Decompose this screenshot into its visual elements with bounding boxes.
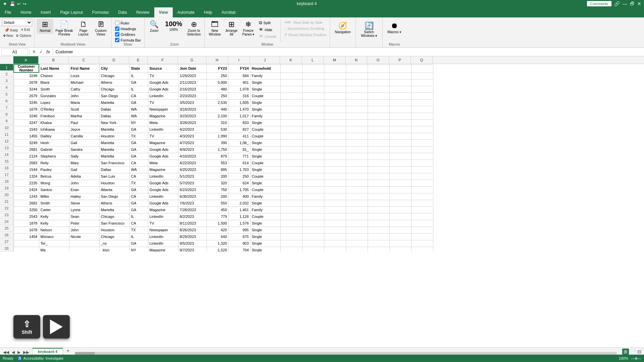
cell-22-C[interactable]: Lynne	[69, 206, 99, 213]
cell-19-P[interactable]	[389, 186, 411, 193]
cell-16-I[interactable]: 1,703	[228, 166, 250, 173]
cell-20-L[interactable]	[302, 193, 324, 200]
cell-19-L[interactable]	[302, 186, 324, 193]
cell-20-P[interactable]	[389, 193, 411, 200]
cell-24-M[interactable]	[324, 220, 346, 227]
cell-3-I[interactable]: 401	[228, 79, 250, 86]
row-num-17[interactable]: 17	[0, 171, 13, 178]
cell-26-C[interactable]: Nicole	[69, 233, 99, 240]
quick-undo[interactable]: ↩	[17, 1, 21, 6]
cell-2-O[interactable]	[368, 72, 389, 79]
row-num-18[interactable]: 18	[0, 178, 13, 185]
cell-26-A[interactable]: 1454	[14, 233, 39, 240]
cell-27-D[interactable]: _ns	[99, 240, 129, 247]
cell-12-A[interactable]: 3249	[14, 139, 39, 146]
cell-11-H[interactable]: 1,990	[207, 133, 228, 139]
cell-3-M[interactable]	[324, 79, 346, 86]
style-dropdown[interactable]: Default	[2, 19, 32, 26]
cell-12-D[interactable]: Marietta	[99, 139, 129, 146]
quick-save[interactable]: 💾	[10, 1, 15, 6]
cell-8-K[interactable]	[280, 113, 302, 119]
cell-16-E[interactable]: WA	[129, 166, 148, 173]
cell-1-N[interactable]	[346, 64, 368, 72]
cell-4-O[interactable]	[368, 86, 389, 93]
cell-10-K[interactable]	[280, 126, 302, 133]
gridlines-checkbox-item[interactable]: Gridlines	[115, 32, 141, 37]
cell-24-L[interactable]	[302, 220, 324, 227]
cell-13-I[interactable]: 81_	[228, 146, 250, 153]
cell-19-E[interactable]: GA	[129, 186, 148, 193]
cell-8-F[interactable]: Magazine	[148, 113, 178, 119]
cell-16-D[interactable]: Dallas	[99, 166, 129, 173]
cell-9-Q[interactable]	[411, 119, 433, 126]
minimize-icon[interactable]: —	[623, 1, 627, 6]
zoom-btn[interactable]: 🔍 Zoom	[147, 19, 162, 34]
name-box[interactable]	[1, 49, 28, 55]
cell-13-K[interactable]	[280, 146, 302, 153]
cell-15-L[interactable]	[302, 160, 324, 166]
cell-19-J[interactable]: Couple	[250, 186, 280, 193]
cell-20-C[interactable]: Hailey	[69, 193, 99, 200]
cell-6-N[interactable]	[346, 99, 368, 106]
cell-22-Q[interactable]	[411, 206, 433, 213]
cell-24-I[interactable]: 1,576	[228, 220, 250, 227]
row-num-24[interactable]: 24	[0, 218, 13, 225]
cell-24-B[interactable]: Kelly	[39, 220, 69, 227]
cell-15-J[interactable]: Couple	[250, 160, 280, 166]
cell-18-P[interactable]	[389, 180, 411, 186]
cell-14-P[interactable]	[389, 153, 411, 160]
cell-10-I[interactable]: 827	[228, 126, 250, 133]
row-num-3[interactable]: 3	[0, 77, 13, 84]
cell-11-K[interactable]	[280, 133, 302, 139]
cell-14-H[interactable]: 879	[207, 153, 228, 160]
cell-9-A[interactable]: 3247	[14, 119, 39, 126]
cell-4-F[interactable]: Google Ads	[148, 86, 178, 93]
cell-9-G[interactable]: 3/28/2023	[178, 119, 207, 126]
cell-11-D[interactable]: Houston	[99, 133, 129, 139]
cell-22-M[interactable]	[324, 206, 346, 213]
cell-8-G[interactable]: 3/23/2023	[178, 113, 207, 119]
cell-27-J[interactable]: Single	[250, 240, 280, 247]
cell-18-L[interactable]	[302, 180, 324, 186]
cell-12-Q[interactable]	[411, 139, 433, 146]
cell-27-C[interactable]	[69, 240, 99, 247]
cell-2-G[interactable]: 1/29/2023	[178, 72, 207, 79]
cell-21-O[interactable]	[368, 200, 389, 206]
cell-21-D[interactable]: Athens	[99, 200, 129, 206]
cell-9-M[interactable]	[324, 119, 346, 126]
cell-15-B[interactable]: Reily	[39, 160, 69, 166]
cell-25-A[interactable]: 1678	[14, 227, 39, 233]
cell-21-H[interactable]: 550	[207, 200, 228, 206]
cell-20-H[interactable]: 200	[207, 193, 228, 200]
cell-17-E[interactable]: CA	[129, 173, 148, 180]
cell-19-F[interactable]: Google Ads	[148, 186, 178, 193]
cell-11-C[interactable]: Camilla	[69, 133, 99, 139]
cell-27-F[interactable]: LinkedIn	[148, 240, 178, 247]
tab-data[interactable]: Data	[114, 7, 131, 17]
cell-18-K[interactable]	[280, 180, 302, 186]
cell-7-O[interactable]	[368, 106, 389, 113]
cell-5-G[interactable]: 2/23/2023	[178, 93, 207, 99]
cell-16-G[interactable]: 4/25/2023	[178, 166, 207, 173]
cell-11-G[interactable]: 4/3/2023	[178, 133, 207, 139]
cell-10-M[interactable]	[324, 126, 346, 133]
cell-4-A[interactable]: 3244	[14, 86, 39, 93]
hide-btn[interactable]: 👁Hide	[257, 26, 278, 33]
cell-3-G[interactable]: 2/11/2023	[178, 79, 207, 86]
cell-6-P[interactable]	[389, 99, 411, 106]
cell-5-O[interactable]	[368, 93, 389, 99]
row-num-16[interactable]: 16	[0, 165, 13, 171]
cell-12-M[interactable]	[324, 139, 346, 146]
normal-btn[interactable]: ⊞ Normal	[37, 19, 53, 34]
formula-bar-checkbox-item[interactable]: Formula Bar	[115, 38, 141, 42]
cell-22-J[interactable]: Family	[250, 206, 280, 213]
cell-23-C[interactable]: Sean	[69, 213, 99, 220]
col-header-O[interactable]: O	[367, 56, 389, 64]
custom-views-btn[interactable]: 🖹 Custom Views	[93, 19, 109, 38]
cell-9-D[interactable]: New York	[99, 119, 129, 126]
cell-15-G[interactable]: 4/22/2023	[178, 160, 207, 166]
cell-26-I[interactable]: 675	[228, 233, 250, 240]
row-num-6[interactable]: 6	[0, 98, 13, 104]
cell-8-N[interactable]	[346, 113, 368, 119]
cell-14-Q[interactable]	[411, 153, 433, 160]
